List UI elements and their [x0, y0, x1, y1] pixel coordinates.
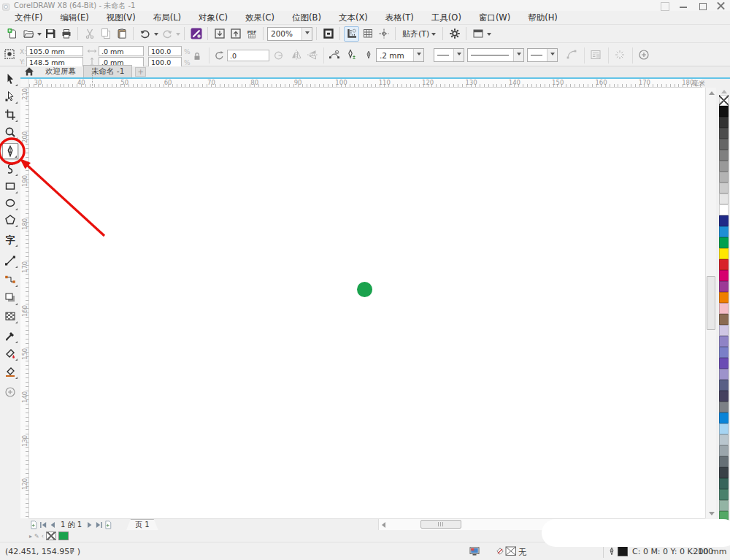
size-w-field[interactable]: .0 mm: [99, 46, 144, 56]
color-swatch[interactable]: [719, 325, 729, 336]
color-swatch[interactable]: [719, 445, 729, 456]
print-button[interactable]: [58, 26, 74, 42]
color-swatch[interactable]: [719, 358, 729, 369]
color-swatch[interactable]: [719, 500, 729, 511]
menu-item-效果(C)[interactable]: 效果(C): [237, 11, 283, 25]
arrow-end-combo[interactable]: [527, 48, 558, 62]
color-swatch[interactable]: [719, 248, 729, 259]
drop-shadow-tool[interactable]: [2, 290, 18, 306]
color-swatch[interactable]: [719, 380, 729, 391]
first-page-button[interactable]: [39, 520, 48, 529]
color-swatch[interactable]: [719, 150, 729, 161]
color-swatch[interactable]: [719, 106, 729, 117]
arrow-start-combo[interactable]: [434, 48, 464, 62]
line-style-combo[interactable]: [467, 48, 524, 62]
color-swatch[interactable]: [719, 161, 729, 172]
color-swatch[interactable]: [719, 117, 729, 128]
account-icon[interactable]: [660, 1, 669, 10]
rotation-field[interactable]: .0: [227, 50, 269, 61]
zoom-tool[interactable]: [2, 124, 18, 140]
effects-button[interactable]: [614, 49, 627, 62]
zoom-level-dropdown[interactable]: [301, 28, 312, 40]
scale-x-field[interactable]: 100.0: [148, 46, 182, 56]
paste-button[interactable]: [114, 26, 129, 42]
scroll-left-button[interactable]: [379, 520, 388, 529]
vertical-ruler[interactable]: 210200190180170160150140130120: [20, 88, 29, 518]
last-page-button[interactable]: [94, 520, 104, 529]
color-swatch[interactable]: [719, 139, 729, 150]
color-swatch[interactable]: [719, 128, 729, 139]
color-swatch[interactable]: [719, 237, 729, 248]
outline-width-combo[interactable]: .2 mm: [376, 48, 424, 62]
fullscreen-preview-button[interactable]: [320, 26, 336, 42]
menu-item-表格(T)[interactable]: 表格(T): [377, 11, 423, 25]
add-preset-button[interactable]: [638, 49, 651, 62]
cut-button[interactable]: [82, 26, 97, 42]
transparency-tool[interactable]: [2, 308, 18, 324]
menu-item-窗口(W)[interactable]: 窗口(W): [470, 11, 519, 25]
color-swatch[interactable]: [719, 281, 729, 292]
shape-tool[interactable]: [2, 88, 18, 104]
show-guidelines-toggle[interactable]: [376, 26, 391, 42]
menu-item-对象(C)[interactable]: 对象(C): [190, 11, 237, 25]
menu-item-位图(B)[interactable]: 位图(B): [283, 11, 330, 25]
rectangle-tool[interactable]: [2, 178, 18, 194]
scroll-up-button[interactable]: [706, 88, 717, 98]
dimension-tool[interactable]: [2, 253, 18, 269]
doc-palette-swatch[interactable]: [58, 532, 69, 540]
export-button[interactable]: [228, 26, 243, 42]
show-rulers-toggle[interactable]: [344, 26, 359, 42]
scroll-down-button[interactable]: [706, 508, 717, 518]
no-color-swatch[interactable]: [719, 95, 729, 106]
crop-tool[interactable]: [2, 107, 18, 123]
color-swatch[interactable]: [719, 336, 729, 347]
mirror-vertical-button[interactable]: [307, 49, 320, 62]
mirror-horizontal-button[interactable]: [291, 49, 304, 62]
pos-x-field[interactable]: 105.0 mm: [26, 46, 83, 56]
color-swatch[interactable]: [719, 193, 729, 204]
new-document-button[interactable]: [4, 26, 20, 42]
polygon-tool[interactable]: [2, 212, 18, 228]
color-swatch[interactable]: [719, 434, 729, 445]
restore-button[interactable]: [698, 1, 707, 10]
connector-tool[interactable]: [2, 272, 18, 288]
snap-to-button[interactable]: 贴齐(T): [399, 28, 439, 39]
pen-tool[interactable]: [2, 143, 18, 159]
coords-flyout-icon[interactable]: ▶: [70, 548, 74, 554]
color-swatch[interactable]: [719, 391, 729, 402]
wrap-text-button[interactable]: [590, 49, 603, 62]
tab-welcome-screen[interactable]: 欢迎屏幕: [38, 65, 83, 77]
color-swatch[interactable]: [719, 259, 729, 270]
ruler-origin-corner[interactable]: [20, 79, 29, 88]
node-edit-button[interactable]: [345, 49, 358, 62]
palette-scroll-left-icon[interactable]: ‹: [42, 533, 44, 540]
new-tab-button[interactable]: +: [135, 67, 146, 77]
launcher-dropdown[interactable]: [487, 33, 491, 38]
minimize-button[interactable]: [679, 1, 688, 10]
color-swatch[interactable]: [719, 413, 729, 423]
show-grid-toggle[interactable]: [360, 26, 375, 42]
tab-document[interactable]: 未命名 -1: [83, 65, 132, 77]
horizontal-ruler[interactable]: 3040506070809010011012013014015016017018…: [29, 79, 702, 88]
lock-ratio-icon[interactable]: [192, 50, 202, 61]
green-dot[interactable]: [357, 282, 372, 297]
zoom-level-combo[interactable]: 200%: [267, 27, 312, 41]
color-swatch[interactable]: [719, 172, 729, 183]
close-curve-button[interactable]: [566, 49, 579, 62]
doc-palette-no-color[interactable]: [46, 532, 56, 540]
color-swatch[interactable]: [719, 204, 729, 215]
color-swatch[interactable]: [719, 270, 729, 281]
menu-item-视图(V)[interactable]: 视图(V): [98, 11, 145, 25]
add-page-end-button[interactable]: [104, 520, 113, 529]
scale-y-field[interactable]: 100.0: [148, 57, 182, 67]
horizontal-scroll-thumb[interactable]: [420, 520, 461, 529]
undo-dropdown[interactable]: [154, 33, 158, 38]
add-page-start-button[interactable]: [29, 520, 39, 529]
color-proof-icon[interactable]: [469, 545, 480, 557]
page-tab[interactable]: 页 1: [126, 519, 158, 530]
close-button[interactable]: [717, 1, 726, 10]
color-swatch[interactable]: [719, 292, 729, 303]
app-launcher-button[interactable]: [188, 26, 204, 42]
color-swatch[interactable]: [719, 226, 729, 237]
save-button[interactable]: [42, 26, 58, 42]
